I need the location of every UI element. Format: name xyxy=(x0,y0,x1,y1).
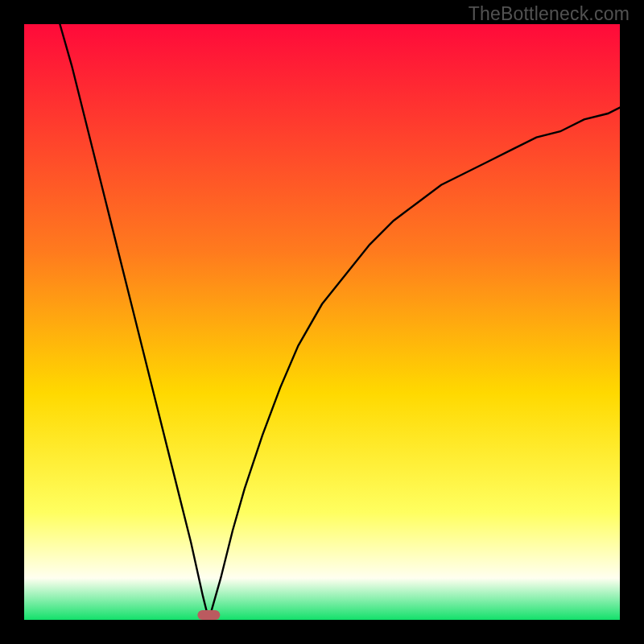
chart-background xyxy=(24,24,620,620)
bottleneck-chart xyxy=(24,24,620,620)
optimal-point-marker xyxy=(197,610,220,620)
chart-frame xyxy=(24,24,620,620)
watermark-text: TheBottleneck.com xyxy=(469,3,630,25)
